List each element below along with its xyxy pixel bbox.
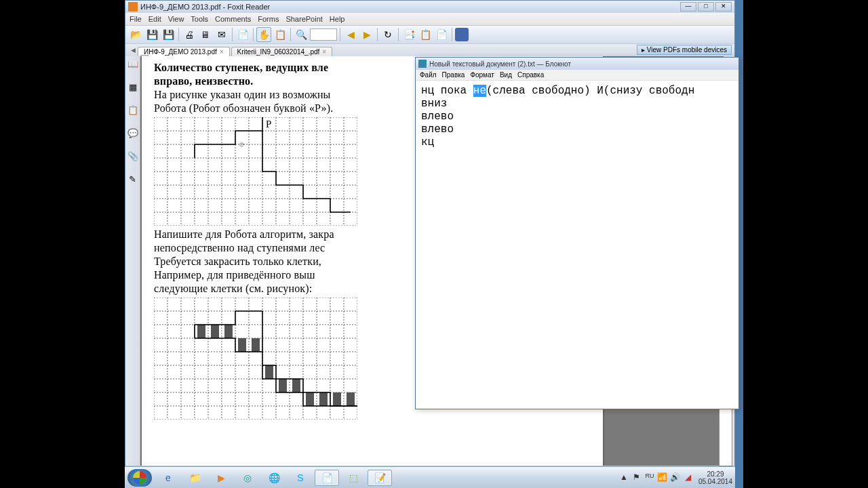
minimize-button[interactable]: —: [680, 2, 696, 12]
save-all-icon[interactable]: 💾: [161, 27, 176, 42]
select-text-icon[interactable]: 📋: [273, 27, 288, 42]
menu-help[interactable]: Help: [330, 15, 345, 23]
notepad-text-area[interactable]: нц пока не(слева свободно) И(снизу свобо…: [416, 81, 738, 153]
foxit-tabs-bar: ◀ ИНФ-9_ДЕМО 2013.pdf× Kriterii_IN9_0603…: [125, 44, 734, 56]
task-notepad-icon[interactable]: 📝: [368, 470, 392, 486]
task-ie-icon[interactable]: e: [156, 470, 180, 486]
tool-1-icon[interactable]: 📑: [401, 27, 416, 42]
prev-page-icon[interactable]: ◀: [343, 27, 358, 42]
windows-icon: [133, 471, 146, 485]
tray-sound-icon[interactable]: 🔊: [670, 472, 681, 483]
promo-button[interactable]: ▸ View PDFs mobile devices: [637, 45, 732, 55]
np-menu-file[interactable]: Файл: [420, 71, 437, 79]
foxit-menubar: File Edit View Tools Comments Forms Shar…: [125, 13, 734, 25]
task-media-icon[interactable]: ▶: [209, 470, 233, 486]
menu-tools[interactable]: Tools: [191, 15, 208, 23]
svg-rect-55: [224, 325, 233, 338]
open-icon[interactable]: 📂: [128, 27, 143, 42]
svg-rect-63: [333, 392, 341, 406]
tray-flag-icon[interactable]: ⚑: [631, 472, 642, 483]
monitor-icon[interactable]: 🖥: [198, 27, 213, 42]
connected-icon[interactable]: [455, 28, 469, 41]
tray-clock[interactable]: 20:29 05.04.2014: [698, 470, 732, 485]
tray-av-icon[interactable]: ◢: [683, 472, 694, 483]
svg-text:⟳: ⟳: [239, 141, 245, 148]
tab-close-icon[interactable]: ×: [322, 48, 326, 56]
tool-2-icon[interactable]: 📋: [418, 27, 433, 42]
foxit-titlebar[interactable]: ИНФ-9_ДЕМО 2013.pdf - Foxit Reader — □ ✕: [125, 1, 734, 13]
tray-lang-icon[interactable]: RU: [644, 472, 655, 483]
save-icon[interactable]: 💾: [144, 27, 159, 42]
notepad-title: Новый текстовый документ (2).txt — Блокн…: [429, 60, 736, 68]
tab-document-2[interactable]: Kriterii_IN9_06032014_.pdf×: [231, 47, 333, 56]
foxit-toolbar: 📂 💾 💾 🖨 🖥 ✉ 📄 ✋ 📋 🔍 ◀ ▶ ↻ 📑 📋 📄: [125, 25, 734, 44]
hand-tool-icon[interactable]: ✋: [256, 27, 271, 42]
find-input[interactable]: [310, 28, 337, 41]
system-tray: ▲ ⚑ RU 📶 🔊 ◢ 20:29 05.04.2014: [618, 470, 732, 485]
menu-sharepoint[interactable]: SharePoint: [285, 15, 322, 23]
notepad-titlebar[interactable]: Новый текстовый документ (2).txt — Блокн…: [416, 58, 738, 70]
close-button[interactable]: ✕: [715, 2, 732, 12]
task-chrome-icon[interactable]: 🌐: [262, 470, 286, 486]
robot-marker: Р: [266, 119, 271, 129]
svg-rect-64: [347, 392, 355, 406]
np-menu-edit[interactable]: Правка: [442, 71, 465, 79]
task-skype-icon[interactable]: S: [288, 470, 313, 486]
svg-rect-53: [197, 325, 205, 338]
find-icon[interactable]: 🔍: [294, 27, 309, 42]
foxit-app-icon: [128, 2, 138, 12]
notepad-window: Новый текстовый документ (2).txt — Блокн…: [415, 57, 739, 409]
tab-document-1[interactable]: ИНФ-9_ДЕМО 2013.pdf×: [138, 47, 230, 56]
pages-icon[interactable]: ▦: [127, 82, 138, 93]
menu-forms[interactable]: Forms: [258, 15, 279, 23]
tab-close-icon[interactable]: ×: [220, 48, 224, 56]
task-explorer-icon[interactable]: 📁: [182, 470, 207, 486]
svg-rect-60: [292, 379, 300, 392]
np-menu-help[interactable]: Справка: [517, 71, 544, 79]
email-icon[interactable]: ✉: [214, 27, 229, 42]
menu-view[interactable]: View: [168, 15, 184, 23]
menu-edit[interactable]: Edit: [149, 15, 161, 23]
rotate-icon[interactable]: ↻: [380, 27, 395, 42]
svg-rect-58: [265, 365, 273, 379]
layers-icon[interactable]: 📋: [127, 105, 138, 116]
svg-rect-54: [211, 325, 219, 338]
attachments-icon[interactable]: 📎: [127, 151, 138, 162]
tab-prev-icon[interactable]: ◀: [128, 47, 138, 56]
comments-icon[interactable]: 💬: [127, 128, 138, 139]
svg-rect-61: [306, 392, 314, 406]
task-foxit-icon[interactable]: 📄: [315, 470, 339, 486]
bookmarks-icon[interactable]: 📖: [127, 59, 138, 70]
start-button[interactable]: [127, 469, 152, 487]
notepad-menubar: Файл Правка Формат Вид Справка: [416, 70, 738, 81]
svg-rect-57: [252, 338, 260, 352]
menu-file[interactable]: File: [130, 15, 142, 23]
task-program-icon[interactable]: ⬚: [341, 470, 366, 486]
np-menu-format[interactable]: Формат: [470, 71, 494, 79]
signatures-icon[interactable]: ✎: [127, 174, 138, 185]
np-menu-view[interactable]: Вид: [500, 71, 512, 79]
foxit-sidebar: 📖 ▦ 📋 💬 📎 ✎: [125, 56, 140, 466]
tray-network-icon[interactable]: 📶: [657, 472, 668, 483]
svg-rect-56: [238, 338, 246, 352]
tool-3-icon[interactable]: 📄: [434, 27, 449, 42]
print-icon[interactable]: 🖨: [182, 27, 197, 42]
svg-rect-59: [279, 379, 287, 392]
tray-up-icon[interactable]: ▲: [618, 472, 629, 483]
doc-icon[interactable]: 📄: [235, 27, 250, 42]
task-aimp-icon[interactable]: ◎: [235, 470, 260, 486]
menu-comments[interactable]: Comments: [215, 15, 251, 23]
foxit-title: ИНФ-9_ДЕМО 2013.pdf - Foxit Reader: [140, 3, 680, 11]
svg-rect-62: [319, 392, 328, 406]
next-page-icon[interactable]: ▶: [359, 27, 374, 42]
notepad-app-icon: [418, 60, 427, 68]
taskbar: e 📁 ▶ ◎ 🌐 S 📄 ⬚ 📝 ▲ ⚑ RU 📶 🔊 ◢ 20:29 05.…: [125, 466, 735, 488]
maximize-button[interactable]: □: [698, 2, 714, 12]
